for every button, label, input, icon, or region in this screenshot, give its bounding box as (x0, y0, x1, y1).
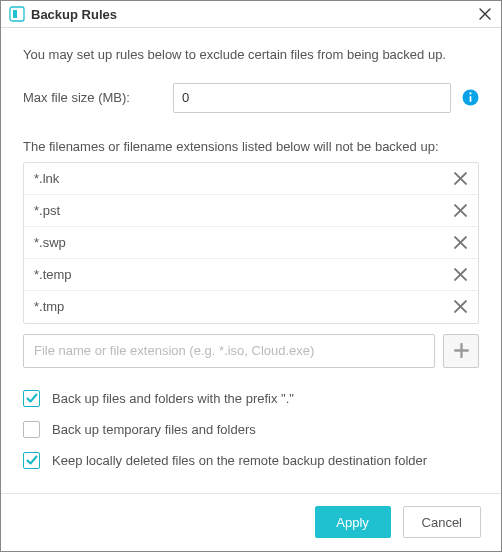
option-label: Back up files and folders with the prefi… (52, 391, 294, 406)
close-button[interactable] (477, 6, 493, 22)
exclude-pattern: *.swp (34, 235, 452, 250)
add-exclude-input[interactable] (23, 334, 435, 368)
list-item: *.swp (24, 227, 478, 259)
options-group: Back up files and folders with the prefi… (23, 390, 479, 483)
max-filesize-label: Max file size (MB): (23, 90, 173, 105)
checkbox-icon (23, 390, 40, 407)
cancel-button[interactable]: Cancel (403, 506, 481, 538)
add-button[interactable] (443, 334, 479, 368)
option-label: Keep locally deleted files on the remote… (52, 453, 427, 468)
option-keep-deleted-remote[interactable]: Keep locally deleted files on the remote… (23, 452, 479, 469)
exclude-pattern: *.lnk (34, 171, 452, 186)
exclude-pattern: *.temp (34, 267, 452, 282)
intro-text: You may set up rules below to exclude ce… (23, 46, 479, 64)
option-label: Back up temporary files and folders (52, 422, 256, 437)
apply-button[interactable]: Apply (315, 506, 391, 538)
option-backup-temp[interactable]: Back up temporary files and folders (23, 421, 479, 438)
max-filesize-row: Max file size (MB): (23, 83, 479, 113)
exclude-heading: The filenames or filename extensions lis… (23, 139, 479, 154)
exclude-pattern: *.pst (34, 203, 452, 218)
svg-rect-1 (13, 10, 17, 18)
list-item: *.lnk (24, 163, 478, 195)
titlebar: Backup Rules (1, 1, 501, 28)
list-item: *.temp (24, 259, 478, 291)
checkbox-icon (23, 421, 40, 438)
list-item: *.tmp (24, 291, 478, 323)
list-item: *.pst (24, 195, 478, 227)
remove-button[interactable] (452, 299, 468, 315)
remove-button[interactable] (452, 170, 468, 186)
window-title: Backup Rules (31, 7, 477, 22)
footer: Apply Cancel (1, 493, 501, 551)
app-icon (9, 6, 25, 22)
remove-button[interactable] (452, 202, 468, 218)
option-backup-prefix-dot[interactable]: Back up files and folders with the prefi… (23, 390, 479, 407)
remove-button[interactable] (452, 266, 468, 282)
exclude-pattern: *.tmp (34, 299, 452, 314)
svg-rect-3 (469, 96, 471, 102)
max-filesize-input[interactable] (173, 83, 451, 113)
checkbox-icon (23, 452, 40, 469)
dialog-window: Backup Rules You may set up rules below … (0, 0, 502, 552)
remove-button[interactable] (452, 234, 468, 250)
add-exclude-row (23, 334, 479, 368)
content-area: You may set up rules below to exclude ce… (1, 28, 501, 492)
svg-point-4 (469, 92, 471, 94)
exclude-list: *.lnk *.pst *.swp *.temp (23, 162, 479, 324)
info-icon[interactable] (461, 89, 479, 107)
